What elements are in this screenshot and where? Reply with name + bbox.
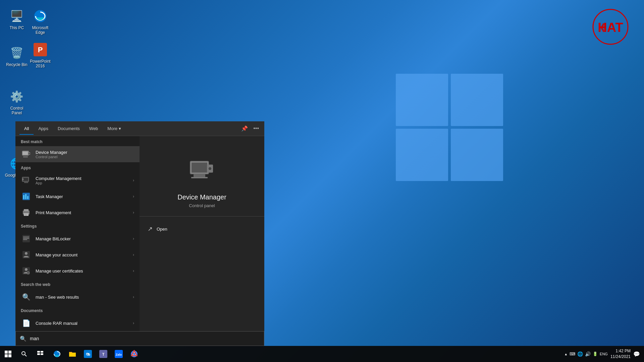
this-pc-label: This PC [10, 25, 24, 30]
svg-rect-48 [41, 353, 43, 355]
svg-point-38 [208, 167, 212, 170]
tray-expand[interactable]: ▲ [564, 352, 568, 356]
menu-left-panel: Best match Device Manager Control [15, 136, 140, 331]
search-input[interactable] [30, 336, 260, 341]
right-subtitle: Control panel [189, 203, 215, 208]
desktop-icon-powerpoint[interactable]: P PowerPoint 2016 [27, 40, 54, 70]
tab-apps[interactable]: Apps [34, 123, 53, 134]
tray-lang[interactable]: ENG [600, 352, 608, 356]
powerpoint-icon: P [32, 42, 48, 58]
svg-rect-23 [24, 215, 27, 215]
apps-label: Apps [15, 162, 140, 172]
svg-rect-45 [37, 351, 40, 353]
menu-right-panel: Device Manager Control panel ↗ Open [140, 136, 264, 331]
certificates-arrow: › [133, 268, 134, 273]
certificates-icon [21, 265, 32, 276]
svg-rect-21 [24, 213, 29, 216]
desktop-icon-this-pc[interactable]: 🖥️ This PC [3, 7, 30, 32]
console-rar-title: Console RAR manual [36, 321, 133, 326]
right-device-icon [189, 156, 215, 188]
search-web-label: Search the web [15, 279, 140, 289]
windows-logo-desktop [396, 74, 503, 181]
this-pc-icon: 🖥️ [9, 8, 25, 24]
account-text: Manage your account [36, 252, 133, 257]
menu-more-icon[interactable]: ••• [252, 124, 260, 133]
task-view-button[interactable] [32, 346, 48, 362]
console-rar-arrow: › [133, 321, 134, 325]
menu-item-bitlocker[interactable]: Manage BitLocker › [15, 231, 140, 247]
hat-logo: HAT 《 [590, 7, 631, 47]
taskbar-search-button[interactable] [16, 346, 32, 362]
taskbar-chrome[interactable] [127, 347, 142, 361]
task-manager-arrow: › [133, 194, 134, 199]
taskbar-explorer[interactable] [65, 347, 80, 361]
start-button[interactable] [0, 346, 16, 362]
svg-text:P: P [38, 46, 43, 54]
svg-rect-40 [8, 351, 11, 354]
device-manager-title: Device Manager [36, 150, 134, 155]
svg-rect-22 [24, 214, 28, 214]
menu-item-console-rar[interactable]: 📄 Console RAR manual › [15, 315, 140, 331]
menu-content: Best match Device Manager Control [15, 136, 264, 331]
desktop-icon-edge[interactable]: Microsoft Edge [27, 7, 54, 37]
svg-rect-13 [24, 182, 28, 183]
taskbar-clock[interactable]: 1:42 PM 11/24/2021 [610, 348, 631, 360]
right-action-open[interactable]: ↗ Open [140, 222, 264, 236]
tab-all[interactable]: All [19, 123, 34, 134]
powerpoint-label: PowerPoint 2016 [28, 59, 52, 69]
computer-management-title: Computer Management [36, 176, 133, 181]
desktop: HAT 《 🖥️ This PC Microsoft Edge 🗑️ Recyc… [0, 0, 644, 362]
taskbar-notification[interactable]: 💬 [633, 351, 640, 357]
svg-text:🛍: 🛍 [86, 352, 90, 357]
documents-label: Documents [15, 305, 140, 315]
menu-item-task-manager[interactable]: Task Manager › [15, 188, 140, 204]
taskbar-store[interactable]: 🛍 [80, 347, 95, 361]
menu-item-device-manager[interactable]: Device Manager Control panel [15, 146, 140, 162]
menu-item-certificates[interactable]: Manage user certificates › [15, 263, 140, 279]
svg-rect-46 [41, 351, 43, 353]
account-title: Manage your account [36, 252, 133, 257]
print-management-text: Print Management [36, 210, 133, 215]
computer-management-icon [21, 175, 32, 186]
menu-item-web-search[interactable]: 🔍 man - See web results › [15, 289, 140, 305]
menu-item-account[interactable]: Manage your account › [15, 247, 140, 263]
menu-item-print-management[interactable]: Print Management › [15, 204, 140, 221]
tab-documents[interactable]: Documents [53, 123, 85, 134]
svg-point-31 [25, 268, 28, 271]
search-bar: 🔍 [15, 331, 264, 346]
computer-management-arrow: › [133, 178, 134, 183]
open-label: Open [157, 227, 167, 232]
tray-keyboard: ⌨ [570, 352, 575, 356]
tab-more[interactable]: More ▾ [103, 123, 126, 134]
svg-rect-35 [194, 174, 205, 177]
tab-web[interactable]: Web [85, 123, 103, 134]
tray-volume[interactable]: 🔊 [585, 351, 591, 357]
print-management-arrow: › [133, 210, 134, 215]
taskbar-edge[interactable] [50, 347, 64, 361]
bitlocker-title: Manage BitLocker [36, 236, 133, 241]
print-management-icon [21, 207, 32, 218]
menu-item-computer-management[interactable]: Computer Management App › [15, 172, 140, 188]
svg-point-10 [29, 153, 30, 154]
computer-management-text: Computer Management App [36, 176, 133, 185]
tray-network[interactable]: 🌐 [577, 351, 583, 357]
svg-rect-20 [24, 209, 29, 211]
right-title: Device Manager [177, 193, 226, 201]
recycle-bin-icon: 🗑️ [9, 45, 25, 61]
right-divider [140, 216, 264, 217]
task-manager-title: Task Manager [36, 194, 133, 199]
desktop-icon-control[interactable]: ⚙️ Control Panel [3, 87, 30, 117]
svg-rect-36 [191, 177, 208, 178]
taskbar-zalo[interactable]: Zalo [111, 347, 126, 361]
svg-rect-18 [27, 196, 29, 199]
desktop-icon-recycle-bin[interactable]: 🗑️ Recycle Bin [3, 44, 30, 68]
account-arrow: › [133, 252, 134, 257]
svg-point-32 [27, 272, 30, 274]
menu-pin-icon[interactable]: 📌 [240, 124, 249, 133]
web-search-text: man - See web results [36, 295, 133, 300]
svg-point-43 [22, 352, 25, 355]
taskbar-teams[interactable]: T [96, 347, 111, 361]
web-search-icon: 🔍 [21, 292, 32, 302]
edge-label: Microsoft Edge [28, 25, 52, 35]
device-manager-text: Device Manager Control panel [36, 150, 134, 159]
